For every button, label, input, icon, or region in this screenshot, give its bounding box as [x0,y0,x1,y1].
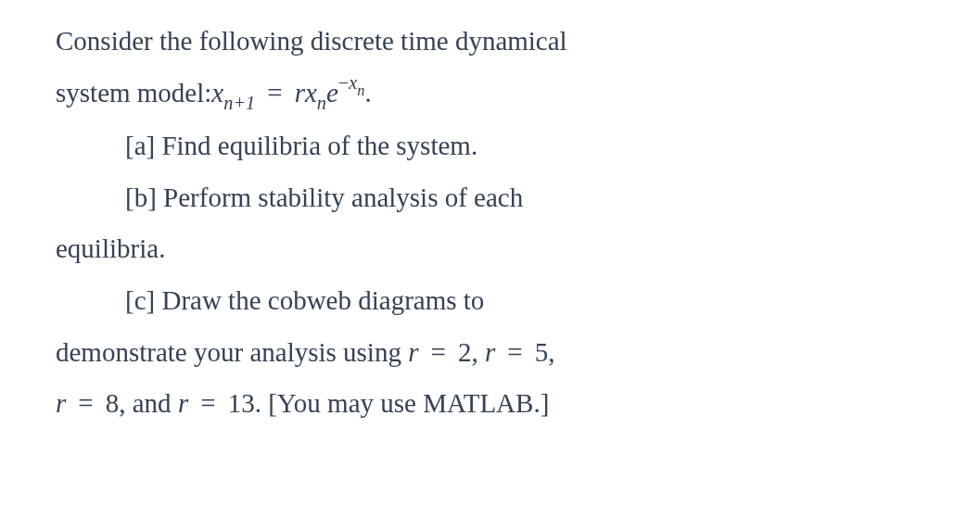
r-val-2: 2 [458,337,472,367]
eq-exp-minus: − [338,72,349,93]
r-val-13: 13 [228,388,255,418]
intro-line-2: system model: xn+1 = rxne−xn . [56,69,934,120]
eq-x: x [305,78,317,107]
eq-lhs-sub: n+1 [223,93,255,113]
part-c-line3: r = 8, and r = 13. [You may use MATLAB.] [56,379,934,429]
intro-prefix: system model: [56,69,211,119]
comma-1: , [471,337,485,367]
intro-suffix: . [364,69,371,119]
r-eq-5: r = 5 [485,337,548,367]
eq-xn-sub: n [317,93,326,113]
r-eq-3: = [66,388,105,418]
eq-r: r [295,78,305,107]
part-c-line1: [c] Draw the cobweb diagrams to [56,276,934,326]
r-var-3: r [56,388,66,418]
equation: xn+1 = rxne−xn [211,69,364,120]
r-eq-13: r = 13 [178,388,255,418]
eq-e: e [326,78,338,107]
eq-exponent: −xn [338,72,365,93]
r-eq-1: = [418,337,457,367]
r-eq-4: = [188,388,227,418]
r-var-1: r [408,337,418,367]
r-val-8: 8 [106,388,120,418]
r-var-4: r [178,388,188,418]
part-c-line2: demonstrate your analysis using r = 2, r… [56,328,934,378]
eq-equals: = [261,78,294,107]
c-and: , and [119,388,178,418]
r-eq-8: r = 8 [56,388,119,418]
part-b-line1: [b] Perform stability analysis of each [56,173,934,223]
r-val-5: 5 [535,337,549,367]
problem-text: Consider the following discrete time dyn… [56,17,934,429]
eq-lhs-var: x [211,78,223,107]
r-eq-2b: = [495,337,534,367]
c-suffix: . [You may use MATLAB.] [255,388,550,418]
eq-lhs-sub-text: n+1 [223,93,255,113]
r-var-2: r [485,337,495,367]
part-b-line2: equilibria. [56,224,934,274]
comma-trail: , [548,337,554,367]
intro-line-1: Consider the following discrete time dyn… [56,17,934,67]
c-line2-prefix: demonstrate your analysis using [56,337,408,367]
r-eq-2: r = 2 [408,337,471,367]
eq-exp-x: x [349,72,357,93]
part-a: [a] Find equilibria of the system. [56,121,934,171]
eq-exp-sub: n [357,82,364,99]
